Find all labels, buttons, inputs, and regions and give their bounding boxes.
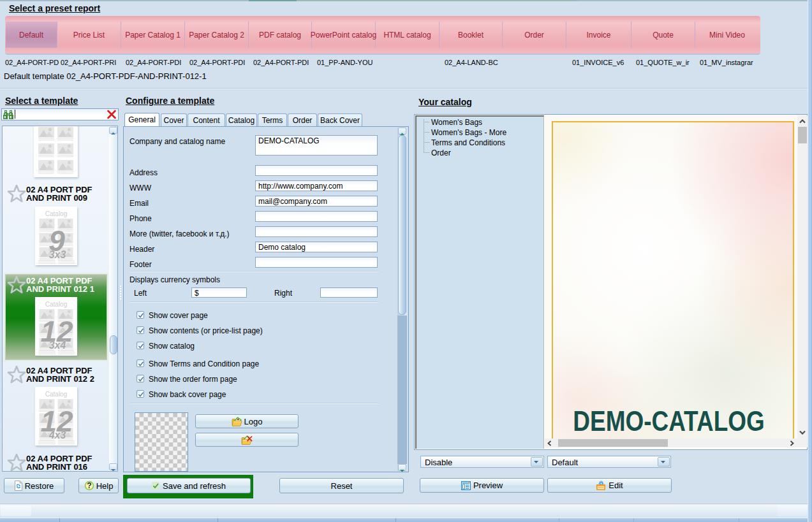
svg-text:3x4: 3x4 [49, 340, 66, 351]
svg-text:4x3: 4x3 [48, 430, 66, 440]
svg-text:3x3: 3x3 [49, 249, 66, 260]
svg-text:Catalog: Catalog [45, 210, 67, 217]
svg-text:Catalog: Catalog [45, 391, 67, 398]
svg-text:?: ? [87, 481, 91, 490]
svg-text:Catalog: Catalog [45, 301, 67, 308]
